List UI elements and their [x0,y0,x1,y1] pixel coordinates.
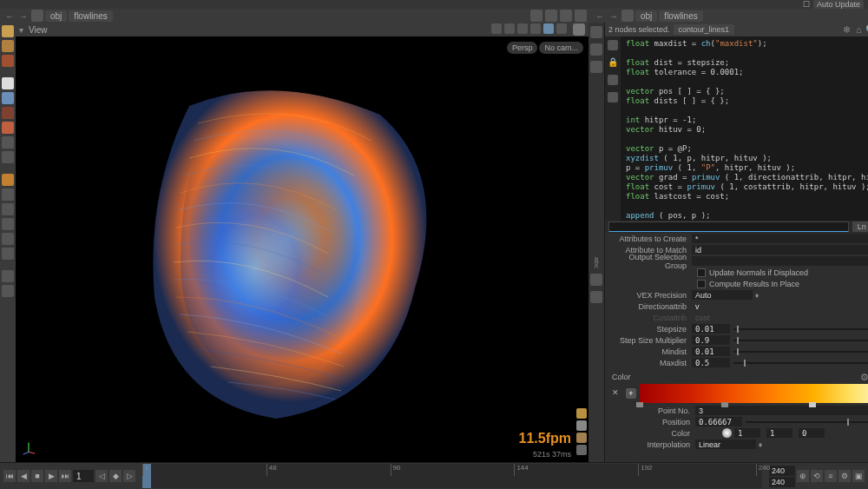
update-normals-checkbox[interactable] [697,268,706,277]
directionattrib-input[interactable]: v [692,301,868,311]
color-r-input[interactable]: 1 [734,428,760,438]
mindist-input[interactable]: 0.01 [692,347,730,356]
display-mode-3-icon[interactable] [576,433,587,443]
tool-proj-icon[interactable] [2,248,14,260]
out-sel-input[interactable] [692,256,868,266]
play-next-button[interactable]: ▶ [45,470,57,482]
color-swatch[interactable] [695,428,720,438]
camera-persp-button[interactable]: Persp [507,42,538,54]
frame-input[interactable]: 1 [73,470,94,482]
code-command-input[interactable] [608,221,849,232]
play-last-button[interactable]: ⏭ [59,470,71,482]
tl-opt3-icon[interactable]: ≡ [825,470,837,482]
nav-fwd-icon-r[interactable]: → [608,11,620,21]
side-scene-icon[interactable] [590,61,602,73]
tool-arrow-icon[interactable] [2,77,14,89]
handle-mode-icon[interactable] [543,23,554,34]
position-slider[interactable] [746,421,868,423]
camera-selector-button[interactable]: No cam... [539,42,583,54]
ramp-delete-button[interactable]: ✕ [612,388,622,399]
stepmult-input[interactable]: 0.9 [692,335,730,345]
maxdist-input[interactable]: 0.5 [692,358,730,367]
vex-precision-dropdown[interactable]: Auto [692,290,753,300]
viewport-ghost-icon[interactable] [575,10,587,22]
color-ramp[interactable] [640,384,868,403]
viewport-render-icon[interactable] [530,10,542,22]
mindist-slider[interactable] [733,351,868,353]
breadcrumb-obj[interactable]: obj [45,10,67,22]
breadcrumb-obj-r[interactable]: obj [635,10,657,22]
display-mode-1-icon[interactable] [576,408,587,419]
view-dropdown-icon[interactable]: ▾ [19,25,23,35]
key-next-button[interactable]: ▷ [123,470,135,482]
play-prev-button[interactable]: ◀ [17,470,30,482]
tool-sculpt-icon[interactable] [2,122,14,134]
scale-mode-icon[interactable] [530,23,541,34]
breadcrumb-flowlines[interactable]: flowlines [69,10,112,22]
tool-curve-icon[interactable] [2,92,14,104]
play-first-button[interactable]: ⏮ [3,470,16,482]
chevron-down-icon[interactable]: ♦ [753,291,761,300]
nav-back-icon-r[interactable]: ← [594,11,606,21]
side-tree-icon[interactable] [590,43,602,56]
hierarchy-icon[interactable] [31,10,43,22]
range-end1-input[interactable]: 240 [769,466,795,476]
ramp-add-button[interactable]: + [626,388,636,399]
tool-extend-icon[interactable] [2,285,14,297]
tool-magnet-icon[interactable] [2,218,14,230]
tool-cam-icon[interactable] [2,188,14,201]
auto-update-checkbox[interactable]: ☐ [803,0,810,9]
axis-gizmo-icon[interactable] [21,439,36,455]
attr-match-input[interactable]: id [692,245,868,254]
home-icon[interactable]: ⌂ [853,24,864,35]
tool-brush-icon[interactable] [2,55,14,67]
tool-mirror-icon[interactable] [2,136,14,149]
nav-fwd-icon[interactable]: → [17,11,30,21]
tl-opt4-icon[interactable]: ⚙ [838,470,851,482]
tool-light-icon[interactable] [2,174,14,186]
key-set-button[interactable]: ◆ [109,470,122,482]
code-icon-1[interactable] [608,40,618,50]
tool-snap-icon[interactable] [2,203,14,215]
code-text[interactable]: float maxdist = ch("maxdist"); float dis… [621,36,868,221]
interp-dropdown[interactable]: Linear [695,439,756,449]
viewport-settings-icon[interactable] [573,23,585,36]
viewport-3d[interactable]: Persp No cam... [16,36,589,462]
color-g-input[interactable]: 1 [766,428,792,438]
snap-mode-icon[interactable] [556,23,567,34]
side-misc2-icon[interactable] [590,291,602,303]
timeline-track[interactable]: 1 48 96 144 192 240 [142,464,762,488]
position-input[interactable]: 0.66667 [695,417,742,426]
key-prev-button[interactable]: ◁ [95,470,108,482]
attr-create-input[interactable]: * [692,234,868,243]
hierarchy-icon-r[interactable] [621,10,634,22]
stepsize-slider[interactable] [733,328,868,330]
lock-icon[interactable]: 🔒 [608,57,618,68]
tool-grid-icon[interactable] [2,233,14,245]
compute-inplace-checkbox[interactable] [697,280,706,288]
select-mode-icon[interactable] [491,23,502,34]
snowflake-icon[interactable]: ❄ [841,24,852,35]
node-tab[interactable]: contour_lines1 [674,24,735,35]
play-stop-button[interactable]: ■ [31,470,43,482]
translate-mode-icon[interactable] [504,23,515,34]
viewport-wire-icon[interactable] [560,10,572,22]
maxdist-slider[interactable] [733,362,868,364]
tool-paint-icon[interactable] [2,107,14,119]
display-mode-2-icon[interactable] [576,420,587,431]
nav-back-icon[interactable]: ← [3,11,16,21]
viewport-shading-icon[interactable] [545,10,557,22]
tool-group-icon[interactable] [2,151,14,163]
tl-opt1-icon[interactable]: ⊕ [797,470,809,482]
code-icon-3[interactable] [608,92,618,102]
code-icon-2[interactable] [608,75,618,85]
rotate-mode-icon[interactable] [517,23,528,34]
tool-select-icon[interactable] [2,25,14,37]
stepsize-input[interactable]: 0.01 [692,324,730,334]
side-geo-icon[interactable] [590,26,602,38]
tool-knife-icon[interactable] [2,270,14,282]
color-b-input[interactable]: 0 [799,428,825,438]
breadcrumb-flowlines-r[interactable]: flowlines [659,10,702,22]
side-misc1-icon[interactable] [590,274,602,286]
tool-lasso-icon[interactable] [2,40,14,52]
